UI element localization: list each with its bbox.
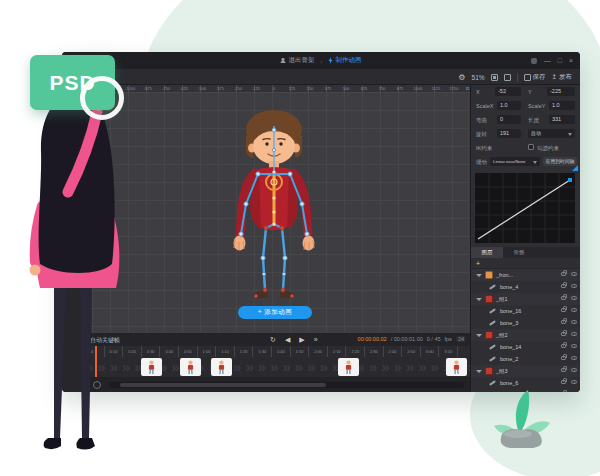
canvas-ruler-x: -1125-1000-875-750-625-500-375-250-12501… [92, 85, 470, 92]
constraint-checkbox[interactable] [528, 144, 534, 150]
lock-icon[interactable] [561, 344, 566, 348]
easing-curve-editor[interactable] [475, 173, 575, 243]
add-animation-button[interactable]: + 添加动画 [238, 306, 312, 319]
visibility-eye-icon[interactable] [571, 272, 577, 276]
resize-handle[interactable] [572, 165, 578, 171]
minimize-button[interactable]: — [544, 57, 551, 64]
timeline-scrollbar-thumb[interactable] [120, 383, 326, 387]
visibility-eye-icon[interactable] [571, 380, 577, 384]
user-avatar-icon[interactable] [531, 58, 537, 64]
visibility-eye-icon[interactable] [571, 356, 577, 360]
layer-row-_3[interactable]: _组3 [471, 365, 580, 377]
close-button[interactable]: × [569, 57, 573, 64]
keyframe-thumbnail[interactable] [446, 358, 467, 376]
easing-label: 缓动 [476, 159, 487, 166]
ruler-label: 250 [307, 86, 314, 91]
prop-label-length: 长度 [528, 117, 539, 124]
visibility-eye-icon[interactable] [571, 368, 577, 372]
layer-row-bone_4[interactable]: bone_4 [471, 281, 580, 293]
fit-view-icon[interactable] [491, 74, 498, 81]
timeline-ruler-label: 1:50 [296, 349, 304, 354]
keyframe-thumbnail[interactable] [338, 358, 359, 376]
loop-icon[interactable]: ↻ [270, 336, 276, 344]
layer-row-_fron[interactable]: _fron... [471, 269, 580, 281]
keyframe-thumbnail[interactable] [211, 358, 232, 376]
lock-icon[interactable] [561, 296, 566, 300]
orientation-dropdown[interactable]: 自动 [528, 129, 575, 138]
prop-input-scalex[interactable]: 1.0 [497, 101, 521, 110]
fullscreen-icon[interactable] [504, 74, 511, 81]
fps-value[interactable]: 24 [456, 336, 466, 342]
transport-controls: ↻ ◀ ▶ » [270, 333, 318, 346]
settings-gear-icon[interactable]: ⚙ [458, 73, 465, 82]
ruler-label: 1125 [432, 86, 441, 91]
layer-row-bone_14[interactable]: bone_14 [471, 341, 580, 353]
tab-layers[interactable]: 图层 [471, 247, 503, 258]
visibility-eye-icon[interactable] [571, 296, 577, 300]
prop-input-length[interactable]: 331 [549, 115, 575, 124]
ruler-label: -500 [198, 86, 206, 91]
timeline-ruler-label: 0:40 [165, 349, 173, 354]
timeline-scrollbar[interactable] [109, 382, 464, 388]
ik-constraint-label: IK约束 [476, 145, 492, 152]
visibility-eye-icon[interactable] [571, 284, 577, 288]
prop-input-x[interactable]: -52 [495, 87, 521, 96]
prop-input-bend[interactable]: 0 [497, 115, 521, 124]
maximize-button[interactable]: □ [558, 57, 562, 64]
publish-button[interactable]: ↥ 发布 [552, 73, 572, 82]
ruler-label: -625 [180, 86, 188, 91]
prop-input-y[interactable]: -225 [547, 87, 575, 96]
expand-caret-icon[interactable] [476, 274, 482, 277]
play-icon[interactable]: ▶ [299, 336, 304, 344]
layer-thumbnail [485, 367, 493, 375]
expand-caret-icon[interactable] [476, 298, 482, 301]
timeline-ruler-label: 1:40 [277, 349, 285, 354]
step-back-icon[interactable]: ◀ [285, 336, 290, 344]
prop-input-scaley[interactable]: 1.0 [549, 101, 575, 110]
layer-row-bone_3[interactable]: bone_3 [471, 317, 580, 329]
lock-icon[interactable] [561, 332, 566, 336]
visibility-eye-icon[interactable] [571, 308, 577, 312]
breadcrumb-exit-skeleton[interactable]: 退出骨架 [281, 56, 315, 65]
save-button[interactable]: 保存 [524, 73, 546, 82]
lock-icon[interactable] [561, 320, 566, 324]
prop-input-rotation[interactable]: 191 [497, 129, 521, 138]
tab-bones[interactable]: 骨骼 [503, 247, 535, 258]
layer-thumbnail [485, 271, 493, 279]
lock-icon[interactable] [561, 272, 566, 276]
step-forward-icon[interactable]: » [314, 336, 318, 343]
woman-illustration [8, 86, 148, 466]
breadcrumb-label: 制作动画 [336, 56, 362, 65]
zoom-level[interactable]: 51% [472, 74, 485, 81]
constraint-checkbox-label: 勾选约束 [537, 145, 559, 152]
lock-icon[interactable] [561, 356, 566, 360]
breadcrumb-make-animation[interactable]: 制作动画 [329, 56, 362, 65]
prop-label-bend: 弯曲 [476, 117, 487, 124]
expand-caret-icon[interactable] [476, 370, 482, 373]
lock-icon[interactable] [561, 308, 566, 312]
visibility-eye-icon[interactable] [571, 332, 577, 336]
visibility-eye-icon[interactable] [571, 320, 577, 324]
layer-name: bone_4 [500, 284, 518, 290]
layer-name: _组3 [496, 368, 508, 375]
layer-row-_1[interactable]: _组1 [471, 293, 580, 305]
lock-icon[interactable] [561, 380, 566, 384]
rigged-character[interactable] [222, 108, 327, 313]
ruler-label: 375 [325, 86, 332, 91]
easing-dropdown[interactable]: Linear.easeNone [490, 157, 540, 166]
add-layer-button[interactable]: + [471, 258, 580, 269]
save-icon [524, 74, 531, 81]
layer-row-_2[interactable]: _组2 [471, 329, 580, 341]
timeline-ruler-label: 2:40 [389, 349, 397, 354]
expand-caret-icon[interactable] [476, 334, 482, 337]
layer-row-bone_16[interactable]: bone_16 [471, 305, 580, 317]
keyframe-thumbnail[interactable] [180, 358, 201, 376]
lock-icon[interactable] [561, 368, 566, 372]
visibility-eye-icon[interactable] [571, 344, 577, 348]
layer-row-bone_2[interactable]: bone_2 [471, 353, 580, 365]
prop-label-x: X [476, 89, 480, 95]
layer-name: bone_16 [500, 308, 521, 314]
lock-icon[interactable] [561, 284, 566, 288]
animation-canvas[interactable]: + 添加动画 [92, 92, 470, 333]
timeline-ruler-label: 2:20 [351, 349, 359, 354]
